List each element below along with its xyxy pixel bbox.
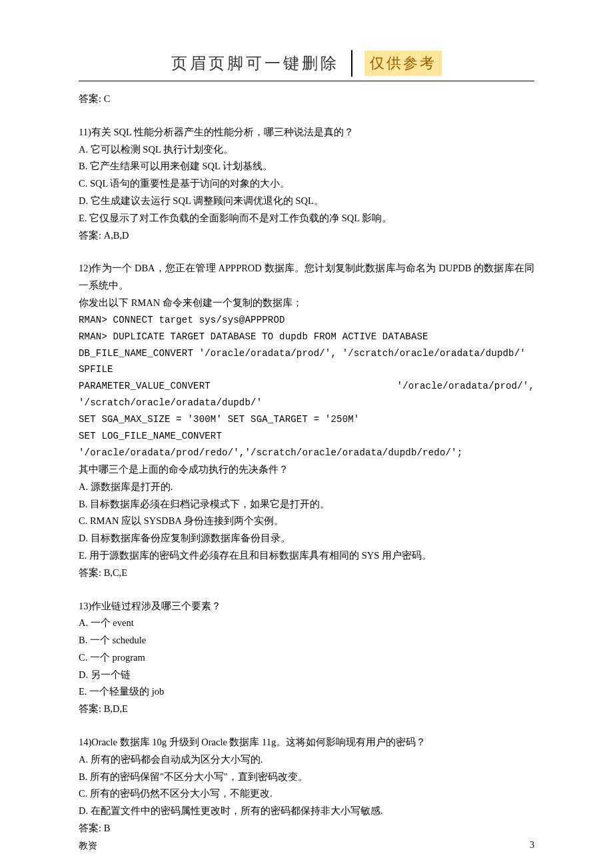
q12-cmd-5: PARAMETER_VALUE_CONVERT '/oracle/oradata… (79, 378, 534, 411)
q11-option-c: C. SQL 语句的重要性是基于访问的对象的大小。 (79, 175, 534, 193)
header-badge: 仅供参考 (364, 51, 442, 76)
q11-stem: 11)有关 SQL 性能分析器产生的性能分析，哪三种说法是真的？ (79, 124, 534, 141)
question-14: 14)Oracle 数据库 10g 升级到 Oracle 数据库 11g。这将如… (79, 734, 534, 837)
footer-left: 教资 (79, 840, 97, 852)
q13-answer: 答案: B,D,E (79, 701, 534, 718)
answer-line: 答案: C (79, 91, 534, 108)
q12-cmd-6: SET SGA_MAX_SIZE = '300M' SET SGA_TARGET… (79, 411, 534, 428)
q11-option-b: B. 它产生结果可以用来创建 SQL 计划基线。 (79, 158, 534, 175)
q13-option-a: A. 一个 event (79, 615, 534, 632)
q14-option-b: B. 所有的密码保留"不区分大小写"，直到密码改变。 (79, 769, 534, 786)
header-divider (351, 50, 352, 77)
answer-text: 答案: C (79, 91, 534, 108)
q14-stem: 14)Oracle 数据库 10g 升级到 Oracle 数据库 11g。这将如… (79, 734, 534, 751)
header-rule (79, 81, 534, 81)
q12-answer: 答案: B,C,E (79, 565, 534, 582)
q13-option-c: C. 一个 program (79, 649, 534, 667)
q11-option-e: E. 它仅显示了对工作负载的全面影响而不是对工作负载的净 SQL 影响。 (79, 210, 534, 227)
q14-answer: 答案: B (79, 820, 534, 837)
q12-option-e: E. 用于源数据库的密码文件必须存在且和目标数据库具有相同的 SYS 用户密码。 (79, 547, 534, 565)
q13-option-b: B. 一个 schedule (79, 632, 534, 649)
q12-cmd-1: RMAN> CONNECT target sys/sys@APPPROD (79, 312, 534, 329)
q11-answer: 答案: A,B,D (79, 227, 534, 245)
page-footer: 教资 3 (79, 840, 534, 852)
q12-cmd-2: RMAN> DUPLICATE TARGET DATABASE TO dupdb… (79, 329, 534, 345)
q13-option-e: E. 一个轻量级的 job (79, 683, 534, 701)
question-11: 11)有关 SQL 性能分析器产生的性能分析，哪三种说法是真的？ A. 它可以检… (79, 124, 534, 245)
q11-option-d: D. 它生成建议去运行 SQL 调整顾问来调优退化的 SQL。 (79, 193, 534, 210)
question-12: 12)作为一个 DBA，您正在管理 APPPROD 数据库。您计划复制此数据库与… (79, 260, 534, 581)
q12-option-c: C. RMAN 应以 SYSDBA 身份连接到两个实例。 (79, 513, 534, 530)
q13-stem: 13)作业链过程涉及哪三个要素？ (79, 598, 534, 615)
header-title: 页眉页脚可一键删除 (171, 53, 339, 74)
q12-option-d: D. 目标数据库备份应复制到源数据库备份目录。 (79, 530, 534, 547)
footer-page-number: 3 (530, 840, 534, 852)
question-13: 13)作业链过程涉及哪三个要素？ A. 一个 event B. 一个 sched… (79, 598, 534, 719)
q13-option-d: D. 另一个链 (79, 667, 534, 684)
q11-option-a: A. 它可以检测 SQL 执行计划变化。 (79, 141, 534, 159)
page-header: 页眉页脚可一键删除 仅供参考 (79, 50, 534, 77)
q12-stem-1: 12)作为一个 DBA，您正在管理 APPPROD 数据库。您计划复制此数据库与… (79, 260, 534, 295)
q14-option-c: C. 所有的密码仍然不区分大小写，不能更改. (79, 785, 534, 803)
q14-option-d: D. 在配置文件中的密码属性更改时，所有的密码都保持非大小写敏感. (79, 803, 534, 820)
q14-option-a: A. 所有的密码都会自动成为区分大小写的. (79, 751, 534, 769)
q12-cmd-3: DB_FILE_NAME_CONVERT '/oracle/oradata/pr… (79, 345, 534, 362)
q12-cmd-7: SET LOG_FILE_NAME_CONVERT (79, 428, 534, 445)
q12-subquestion: 其中哪三个是上面的命令成功执行的先决条件？ (79, 461, 534, 479)
q12-cmd-4: SPFILE (79, 361, 534, 378)
document-body: 答案: C 11)有关 SQL 性能分析器产生的性能分析，哪三种说法是真的？ A… (79, 91, 534, 837)
q12-option-a: A. 源数据库是打开的. (79, 479, 534, 496)
q12-cmd-8: '/oracle/oradata/prod/redo/','/scratch/o… (79, 445, 534, 461)
q12-option-b: B. 目标数据库必须在归档记录模式下，如果它是打开的。 (79, 496, 534, 513)
q12-stem-2: 你发出以下 RMAN 命令来创建一个复制的数据库； (79, 295, 534, 312)
